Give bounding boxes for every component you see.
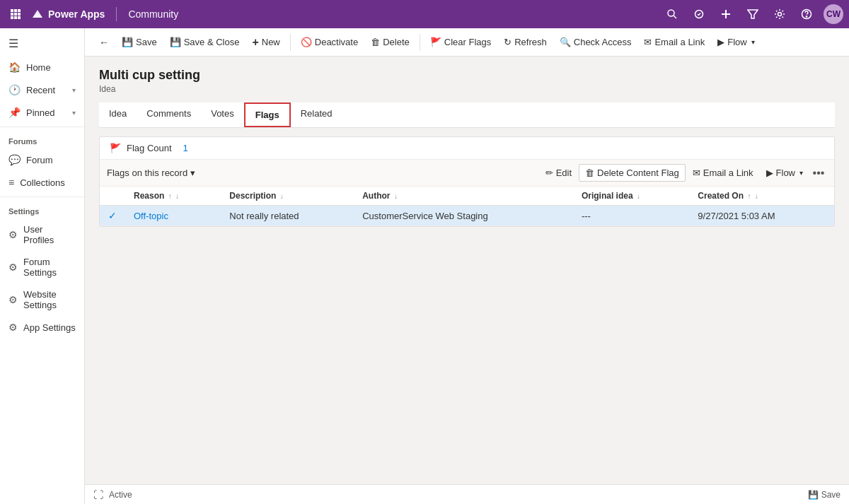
sidebar-item-recent[interactable]: 🕐 Recent ▾ [0,78,84,101]
flags-on-record-label: Flags on this record ▾ [107,168,195,178]
col-header-author[interactable]: Author ↓ [354,187,573,206]
clear-flags-button[interactable]: 🚩 Clear Flags [424,33,497,51]
top-bar-right: CW [662,4,843,24]
clear-flags-icon: 🚩 [430,37,441,47]
sidebar-item-label: Pinned [26,107,54,118]
svg-line-13 [674,16,676,18]
new-button[interactable]: + New [246,33,285,52]
refresh-icon: ↻ [504,37,512,47]
forum-settings-icon: ⚙ [8,262,18,273]
sidebar-item-forum-settings[interactable]: ⚙ Forum Settings [0,251,84,283]
sidebar-item-app-settings[interactable]: ⚙ App Settings [0,316,84,339]
forums-section: Forums 💬 Forum ≡ Collections [0,127,84,194]
flags-table-body: ✓ Off-topic Not really related CustomerS… [100,206,834,226]
sort-desc-icon: ↓ [175,192,179,200]
svg-marker-17 [748,10,758,18]
grid-icon[interactable] [6,4,25,24]
filter-icon[interactable] [743,4,763,24]
avatar[interactable]: CW [824,4,843,24]
hamburger-icon[interactable]: ☰ [0,31,84,56]
col-header-created-on[interactable]: Created On ↑ ↓ [689,187,834,206]
flags-subbar: Flags on this record ▾ ✏ Edit 🗑 Delete C… [100,160,834,187]
user-profiles-icon: ⚙ [8,229,18,240]
content-area: ← 💾 Save 💾 Save & Close + New 🚫 Deactiva… [85,28,849,504]
flags-table-head: Reason ↑ ↓ Description ↓ Author ↓ [100,187,834,206]
status-save-icon: 💾 [808,490,819,500]
sidebar-item-label: Website Settings [23,289,76,310]
tab-comments[interactable]: Comments [137,102,201,127]
more-options-button[interactable]: ••• [810,165,827,182]
back-button[interactable]: ← [93,33,115,52]
row-check-cell: ✓ [100,206,125,226]
row-reason-link[interactable]: Off-topic [134,211,168,221]
record-area: Multi cup setting Idea Idea Comments Vot… [85,57,849,484]
email-link-icon: ✉ [693,168,700,178]
app-logo: Power Apps [31,8,105,20]
edit-button[interactable]: ✏ Edit [540,165,577,181]
flags-table-header-row: Reason ↑ ↓ Description ↓ Author ↓ [100,187,834,206]
tab-idea[interactable]: Idea [99,102,137,127]
check-access-icon: 🔍 [560,37,571,47]
flow-sub-button[interactable]: ▶ Flow ▾ [761,165,809,181]
sidebar-item-label: Collections [20,177,65,188]
svg-rect-5 [18,13,21,16]
flow-icon: ▶ [717,37,724,47]
col-header-original-idea[interactable]: Original idea ↓ [573,187,689,206]
tab-related[interactable]: Related [291,102,342,127]
delete-content-flag-button[interactable]: 🗑 Delete Content Flag [579,164,686,182]
deactivate-button[interactable]: 🚫 Deactivate [295,33,364,51]
separator [290,34,291,51]
sidebar-item-label: App Settings [23,322,76,333]
sidebar-item-label: Home [26,62,51,73]
flag-count-icon: 🚩 [110,143,121,153]
plus-icon[interactable] [716,4,736,24]
tab-flags[interactable]: Flags [244,102,291,127]
status-badge: Active [109,490,132,500]
sidebar-item-pinned[interactable]: 📌 Pinned ▾ [0,101,84,124]
favorite-icon[interactable] [689,4,709,24]
tab-votes[interactable]: Votes [201,102,244,127]
email-icon: ✉ [644,37,652,47]
svg-rect-8 [18,16,21,19]
flags-on-record-dropdown-icon[interactable]: ▾ [190,168,195,178]
status-save-label[interactable]: Save [821,490,841,500]
sidebar-item-website-settings[interactable]: ⚙ Website Settings [0,283,84,316]
sidebar-item-forum[interactable]: 💬 Forum [0,148,84,171]
email-link-button[interactable]: ✉ Email a Link [638,33,710,51]
table-row[interactable]: ✓ Off-topic Not really related CustomerS… [100,206,834,226]
delete-button[interactable]: 🗑 Delete [365,33,415,51]
status-save-area: 💾 Save [808,490,841,500]
pin-icon: 📌 [8,107,21,118]
flow-button[interactable]: ▶ Flow ▾ [712,33,760,51]
save-close-button[interactable]: 💾 Save & Close [164,33,246,51]
sidebar-item-home[interactable]: 🏠 Home [0,56,84,78]
row-reason-cell: Off-topic [125,206,221,226]
settings-icon[interactable] [770,4,790,24]
save-button[interactable]: 💾 Save [116,33,163,51]
col-header-description[interactable]: Description ↓ [221,187,354,206]
expand-icon[interactable]: ⛶ [93,489,103,500]
delete-icon: 🗑 [371,37,380,47]
sidebar-item-collections[interactable]: ≡ Collections [0,171,84,194]
flags-table: Reason ↑ ↓ Description ↓ Author ↓ [100,187,834,226]
email-link-sub-button[interactable]: ✉ Email a Link [687,165,759,181]
sort-asc-icon: ↑ [747,192,751,200]
chevron-down-icon: ▾ [72,86,76,94]
sort-desc-icon: ↓ [755,192,758,200]
top-bar-left: Power Apps Community [6,4,178,24]
svg-rect-4 [14,13,17,16]
save-close-icon: 💾 [170,37,181,47]
help-icon[interactable] [797,4,816,24]
refresh-button[interactable]: ↻ Refresh [498,33,553,51]
sidebar-item-user-profiles[interactable]: ⚙ User Profiles [0,218,84,251]
forums-group-label: Forums [0,130,84,148]
separator [116,7,117,21]
col-header-reason[interactable]: Reason ↑ ↓ [125,187,221,206]
sort-desc-icon: ↓ [637,192,640,200]
app-body: ☰ 🏠 Home 🕐 Recent ▾ 📌 Pinned ▾ Forums 💬 … [0,28,849,504]
check-access-button[interactable]: 🔍 Check Access [554,33,637,51]
row-created-on-cell: 9/27/2021 5:03 AM [689,206,834,226]
settings-group-label: Settings [0,200,84,218]
search-icon[interactable] [662,4,682,24]
record-subtitle: Idea [99,84,835,94]
